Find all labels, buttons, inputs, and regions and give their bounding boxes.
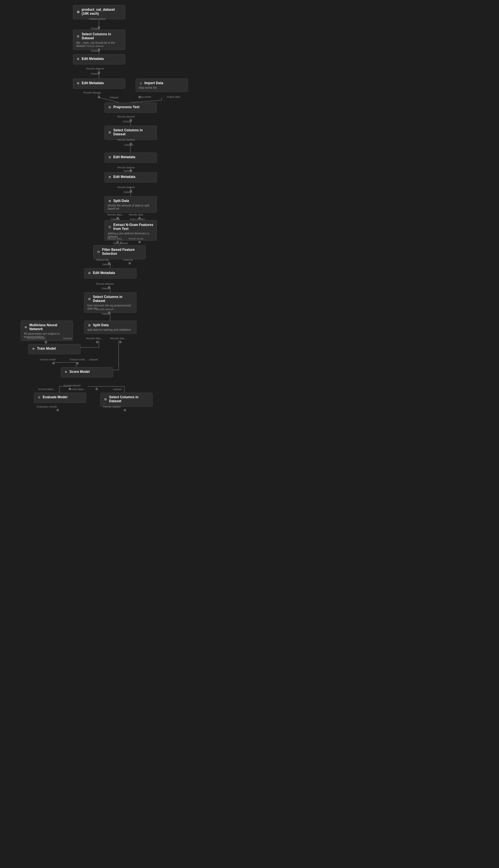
- port-label-trained-model: Trained model: [39, 358, 56, 361]
- network-icon: ⊛: [24, 325, 28, 329]
- node-select-cols-2[interactable]: ⊞ Select Columns in Dataset: [105, 126, 157, 140]
- module-icon-4: ⊞: [108, 105, 112, 109]
- port-label-dataset-2: Dataset: [91, 49, 100, 52]
- import-icon: ⤓: [139, 81, 143, 85]
- node-edit-meta-2[interactable]: ⊞ Edit Metadata: [73, 78, 125, 89]
- split-icon-2: ⊠: [87, 323, 91, 327]
- port-label-results-7: Results dataset: [117, 186, 135, 189]
- port-label-dataset-14: Dataset: [63, 337, 72, 340]
- port-label-output-data: Output data: [167, 96, 180, 98]
- port-label-untrained: Untrained model: [27, 337, 46, 340]
- port-label-results-4: Results dataset: [117, 115, 135, 118]
- port-label-scored-datas-2: Scored datas...: [69, 388, 86, 390]
- port-dot-14c: [119, 341, 122, 343]
- port-dot-4b: [138, 96, 141, 98]
- port-label-results-8: Results dataset: [96, 283, 113, 285]
- filter-icon: ⊟: [96, 250, 100, 253]
- module-icon-5: ⊞: [108, 130, 112, 134]
- node-preprocess-text[interactable]: ⊞ Preprocess Text: [105, 102, 157, 113]
- module-icon-2: ⊞: [76, 57, 80, 61]
- split-icon-1: ⊠: [108, 199, 112, 203]
- module-icon-6: ⊞: [108, 155, 112, 159]
- port-label-dataset-12: Dataset: [102, 287, 110, 290]
- port-label-results-2: Results dataset: [86, 67, 104, 70]
- port-label-results-9: Results dataset: [96, 308, 113, 311]
- port-dot-14b: [96, 341, 98, 343]
- port-label-scored-datas-1: Scored datas...: [38, 388, 56, 390]
- port-label-dataset-11: Dataset: [102, 263, 111, 266]
- module-icon-7: ⊞: [108, 175, 112, 179]
- module-icon-8: ⊞: [87, 271, 91, 275]
- port-label-dataset-7a: Dataset: [123, 170, 132, 172]
- port-dot-4a: [98, 96, 100, 98]
- port-label-dataset-output: Dataset output: [89, 17, 106, 20]
- evaluate-icon: ⊘: [37, 395, 41, 399]
- port-dot-15a: [52, 362, 54, 364]
- port-label-filtered: Filtered dat...: [96, 259, 111, 261]
- port-dot-10b: [138, 241, 141, 243]
- port-label-results-3: Results dataset: [83, 91, 101, 94]
- port-label-dataset-8: Dataset: [123, 191, 132, 194]
- port-label-results-data-3: Results data...: [107, 237, 124, 240]
- train-icon: ⊕: [32, 347, 35, 350]
- node-split-data-2[interactable]: ⊠ Split Data split data for training and…: [84, 321, 136, 334]
- port-dot-14a: [45, 341, 47, 343]
- node-filter-feature[interactable]: ⊟ Filter Based Feature Selection: [93, 245, 146, 259]
- node-train-model[interactable]: ⊕ Train Model: [28, 344, 81, 354]
- port-label-dataset-3: Dataset: [91, 72, 100, 75]
- module-icon-3: ⊞: [76, 81, 80, 85]
- port-label-results-data-4: Results data...: [86, 337, 102, 340]
- node-edit-meta-1[interactable]: ⊞ Edit Metadata: [73, 54, 125, 64]
- node-edit-meta-3[interactable]: ⊞ Edit Metadata: [105, 152, 157, 163]
- port-label-result-vocab: Result vocab...: [129, 237, 146, 240]
- node-import-data[interactable]: ⤓ Import Data stop words list: [136, 78, 188, 92]
- port-label-results-data-1: Results data...: [107, 213, 124, 216]
- node-evaluate-model[interactable]: ⊘ Evaluate Model: [34, 393, 86, 403]
- node-score-model[interactable]: ⊗ Score Model: [61, 367, 113, 377]
- port-dot-17b: [124, 409, 126, 411]
- port-label-results-6a: Results dataset: [117, 166, 135, 169]
- node-select-cols-4[interactable]: ⊞ Select Columns in Dataset: [100, 393, 153, 407]
- node-split-data-1[interactable]: ⊠ Split Data decide the amount of data t…: [105, 196, 157, 213]
- port-label-results-data-5: Results data...: [110, 337, 126, 340]
- port-label-results-1: Results dataset: [86, 45, 104, 48]
- port-label-dataset-15: Dataset: [89, 358, 98, 361]
- port-label-results-5: Results dataset: [117, 138, 135, 141]
- pipeline-canvas: ▦ product_cat_dataset (10K each) Dataset…: [0, 0, 499, 868]
- port-label-features: Features: [123, 259, 133, 261]
- port-label-dataset-13: Dataset: [102, 312, 110, 315]
- port-label-scored-dataset: Scored dataset: [64, 384, 81, 387]
- port-dot-17a: [57, 409, 59, 411]
- module-icon-1: ⊞: [76, 34, 80, 38]
- port-label-dataset-4: Dataset: [110, 96, 118, 99]
- module-icon-9: ⊞: [87, 297, 91, 301]
- node-edit-meta-4[interactable]: ⊞ Edit Metadata: [105, 172, 157, 183]
- module-icon-10: ⊞: [104, 397, 107, 401]
- port-label-eval-results: Evaluation results: [37, 405, 57, 408]
- port-label-results-dataset-out: Results dataset: [103, 405, 121, 408]
- port-label-trained-mode: Trained mode...: [69, 358, 87, 361]
- node-product-cat[interactable]: ▦ product_cat_dataset (10K each): [73, 5, 125, 19]
- port-label-input-dataset: Input dataset: [113, 242, 128, 245]
- port-dot-16b: [96, 388, 98, 390]
- score-icon: ⊗: [64, 370, 68, 374]
- node-edit-meta-5[interactable]: ⊞ Edit Metadata: [84, 268, 136, 278]
- port-label-dataset-16: Dataset: [113, 388, 122, 390]
- port-label-results-data-2: Results data...: [129, 213, 145, 216]
- port-label-dataset-5: Dataset: [123, 120, 132, 123]
- dataset-icon: ▦: [76, 10, 80, 14]
- extract-icon: ⊡: [108, 225, 112, 229]
- port-dot-15b: [76, 362, 78, 364]
- port-label-dataset-6: Dataset: [124, 144, 133, 146]
- connections-layer: [0, 0, 499, 868]
- port-dot-11b: [129, 262, 131, 264]
